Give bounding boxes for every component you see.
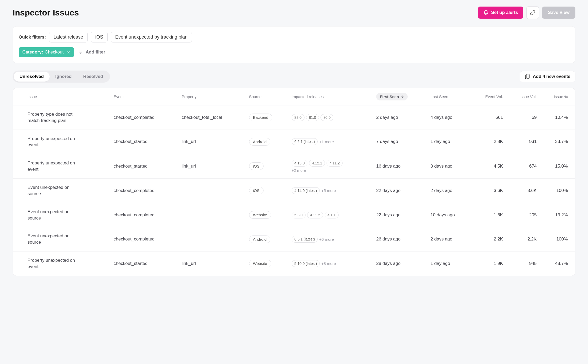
cell-event-vol: 3.6K xyxy=(471,179,506,203)
issues-table: Issue Event Property Source Impacted rel… xyxy=(13,88,575,276)
add-filter-button[interactable]: Add filter xyxy=(78,50,105,55)
cell-issue-pct: 100% xyxy=(540,179,575,203)
cell-property xyxy=(178,203,246,227)
release-pill: 4.11.2 xyxy=(327,160,343,167)
map-add-icon xyxy=(525,74,530,79)
release-pill: 4.1.1 xyxy=(325,212,339,218)
status-tabs: Unresolved Ignored Resolved xyxy=(13,71,110,83)
col-issue-pct[interactable]: Issue % xyxy=(540,88,575,105)
cell-event-vol: 4.5K xyxy=(471,154,506,179)
col-issue[interactable]: Issue xyxy=(13,88,111,105)
cell-issue-vol: 2.2K xyxy=(506,227,540,251)
releases-wrap: 4.13.04.12.14.11.2+2 more xyxy=(292,160,344,173)
cell-last-seen: 4 days ago xyxy=(427,105,471,130)
cell-event: checkout_started xyxy=(111,154,178,179)
cell-issue-pct: 15.0% xyxy=(540,154,575,179)
cell-first-seen: 28 days ago xyxy=(373,251,427,275)
issues-table-card: Issue Event Property Source Impacted rel… xyxy=(13,88,575,276)
cell-issue: Property unexpected on event xyxy=(28,136,77,148)
cell-event-vol: 1.9K xyxy=(471,251,506,275)
table-row[interactable]: Event unexpected on sourcecheckout_compl… xyxy=(13,227,575,251)
cell-issue-pct: 13.2% xyxy=(540,203,575,227)
cell-property: link_url xyxy=(178,154,246,179)
col-property[interactable]: Property xyxy=(178,88,246,105)
quick-filter-chip[interactable]: iOS xyxy=(91,32,108,42)
col-issue-vol[interactable]: Issue Vol. xyxy=(506,88,540,105)
applied-filter-chip[interactable]: Category: Checkout xyxy=(19,47,74,57)
source-pill: Website xyxy=(249,260,271,267)
tab-unresolved[interactable]: Unresolved xyxy=(14,72,50,82)
release-pill: 4.11.2 xyxy=(307,212,323,218)
cell-event: checkout_started xyxy=(111,251,178,275)
releases-more[interactable]: +2 more xyxy=(292,168,306,173)
cell-property xyxy=(178,227,246,251)
table-row[interactable]: Property type does not match tracking pl… xyxy=(13,105,575,130)
release-pill: 82.0 xyxy=(292,114,304,121)
sort-pill-first-seen[interactable]: First Seen xyxy=(376,93,408,100)
add-events-label: Add 4 new events xyxy=(533,74,570,79)
cell-last-seen: 2 days ago xyxy=(427,227,471,251)
cell-event-vol: 1.6K xyxy=(471,203,506,227)
releases-more[interactable]: +6 more xyxy=(319,237,334,242)
col-impacted-releases[interactable]: Impacted releases xyxy=(288,88,373,105)
cell-event-vol: 2.8K xyxy=(471,130,506,154)
cell-event: checkout_completed xyxy=(111,179,178,203)
releases-wrap: 4.14.0 (latest)+5 more xyxy=(292,187,344,194)
cell-property: link_url xyxy=(178,130,246,154)
col-first-seen[interactable]: First Seen xyxy=(373,88,427,105)
table-row[interactable]: Property unexpected on eventcheckout_sta… xyxy=(13,251,575,275)
toolbar-row: Unresolved Ignored Resolved Add 4 new ev… xyxy=(13,71,575,83)
quick-filter-chip[interactable]: Latest release xyxy=(49,32,88,42)
add-events-button[interactable]: Add 4 new events xyxy=(520,71,575,82)
cell-issue-vol: 3.6K xyxy=(506,179,540,203)
release-pill: 80.0 xyxy=(321,114,333,121)
release-pill: 4.13.0 xyxy=(292,160,308,167)
cell-event: checkout_completed xyxy=(111,227,178,251)
cell-issue: Property unexpected on event xyxy=(28,257,77,270)
filter-key: Category: xyxy=(22,50,43,55)
releases-wrap: 82.081.080.0 xyxy=(292,114,344,121)
releases-more[interactable]: +1 more xyxy=(319,140,334,144)
col-last-seen[interactable]: Last Seen xyxy=(427,88,471,105)
source-pill: iOS xyxy=(249,187,264,194)
table-row[interactable]: Event unexpected on sourcecheckout_compl… xyxy=(13,179,575,203)
cell-issue-vol: 205 xyxy=(506,203,540,227)
cell-issue-pct: 100% xyxy=(540,227,575,251)
releases-more[interactable]: +8 more xyxy=(321,261,336,266)
quick-filter-chip[interactable]: Event unexpected by tracking plan xyxy=(111,32,192,42)
cell-last-seen: 2 days ago xyxy=(427,179,471,203)
cell-issue: Event unexpected on source xyxy=(28,233,77,245)
cell-event-vol: 661 xyxy=(471,105,506,130)
save-view-button: Save View xyxy=(542,7,575,19)
copy-link-button[interactable] xyxy=(526,6,539,19)
filter-icon xyxy=(78,50,83,55)
setup-alerts-label: Set up alerts xyxy=(491,10,518,15)
table-row[interactable]: Property unexpected on eventcheckout_sta… xyxy=(13,130,575,154)
setup-alerts-button[interactable]: Set up alerts xyxy=(478,7,523,19)
tab-ignored[interactable]: Ignored xyxy=(50,72,77,82)
releases-more[interactable]: +5 more xyxy=(321,188,336,193)
release-pill: 5.3.0 xyxy=(292,212,306,218)
col-source[interactable]: Source xyxy=(246,88,288,105)
release-pill: 6.5.1 (latest) xyxy=(292,236,318,243)
first-seen-label: First Seen xyxy=(380,94,399,99)
cell-property xyxy=(178,179,246,203)
release-pill: 4.14.0 (latest) xyxy=(292,187,320,194)
cell-issue-pct: 33.7% xyxy=(540,130,575,154)
link-icon xyxy=(530,10,535,15)
col-event[interactable]: Event xyxy=(111,88,178,105)
cell-issue-vol: 674 xyxy=(506,154,540,179)
cell-first-seen: 22 days ago xyxy=(373,179,427,203)
table-row[interactable]: Event unexpected on sourcecheckout_compl… xyxy=(13,203,575,227)
cell-property: link_url xyxy=(178,251,246,275)
tab-resolved[interactable]: Resolved xyxy=(77,72,109,82)
page-header: Inspector Issues Set up alerts Save View xyxy=(13,6,575,19)
col-event-vol[interactable]: Event Vol. xyxy=(471,88,506,105)
table-row[interactable]: Property unexpected on eventcheckout_sta… xyxy=(13,154,575,179)
cell-last-seen: 1 day ago xyxy=(427,251,471,275)
quick-filters-row: Quick filters: Latest releaseiOSEvent un… xyxy=(19,32,569,42)
releases-wrap: 5.10.0 (latest)+8 more xyxy=(292,260,344,267)
header-actions: Set up alerts Save View xyxy=(478,6,575,19)
close-icon[interactable] xyxy=(67,50,70,54)
cell-issue: Property unexpected on event xyxy=(28,160,77,173)
